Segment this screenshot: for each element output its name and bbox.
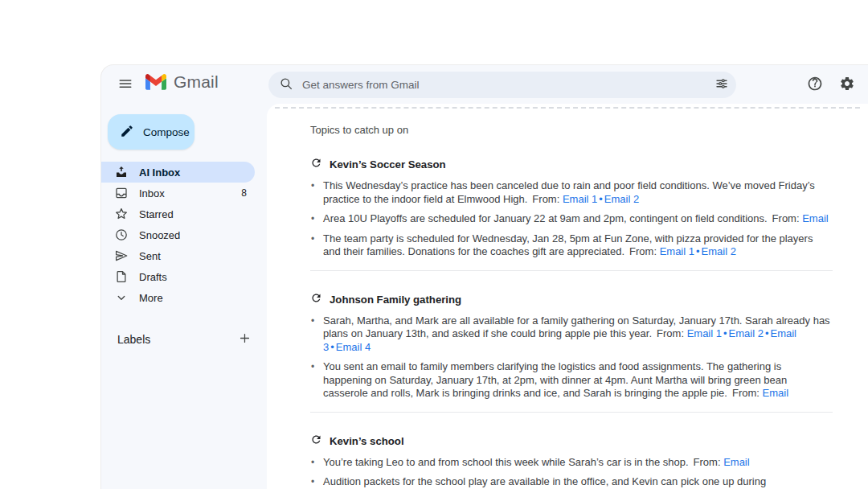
from-label: From:: [694, 456, 721, 468]
email-source-link[interactable]: Email: [802, 212, 829, 224]
topic-section-header: Kevin’s school: [310, 434, 831, 449]
hamburger-menu-icon: [118, 76, 133, 93]
clock-icon: [114, 228, 129, 242]
bullet-marker: •: [311, 456, 316, 470]
bullet-text: Area 10U Playoffs are scheduled for Janu…: [323, 212, 829, 226]
topic-bullet: •Sarah, Martha, and Mark are all availab…: [310, 314, 833, 355]
sidebar-item-inbox[interactable]: Inbox8: [101, 183, 255, 203]
inbox-icon: [114, 186, 129, 200]
sidebar-item-label: AI Inbox: [139, 166, 180, 179]
refresh-icon: [310, 434, 322, 449]
dashed-divider: [275, 107, 860, 109]
topic-bullet: •Area 10U Playoffs are scheduled for Jan…: [310, 212, 833, 226]
email-source-link[interactable]: Email 2: [604, 193, 639, 205]
sidebar-item-starred[interactable]: Starred: [101, 203, 255, 224]
topic-section-kevin-s-soccer-season: Kevin’s Soccer Season•This Wednesday’s p…: [310, 157, 831, 259]
hamburger-menu-button[interactable]: [109, 68, 141, 101]
topic-bullets: •This Wednesday’s practice has been canc…: [310, 179, 833, 259]
topic-section-kevin-s-school: Kevin’s school•You’re taking Leo to and …: [310, 434, 831, 489]
ai-inbox-icon: [114, 165, 129, 179]
catchup-content: Topics to catch up on Kevin’s Soccer Sea…: [267, 104, 831, 489]
topbar-actions: [802, 72, 860, 97]
create-label-button[interactable]: [235, 330, 254, 349]
from-label: From:: [629, 245, 657, 257]
send-icon: [114, 249, 129, 263]
sidebar-item-more[interactable]: More: [101, 287, 255, 308]
help-icon: [807, 76, 823, 94]
draft-icon: [114, 269, 129, 284]
link-separator: •: [329, 341, 336, 353]
main-panel: Topics to catch up on Kevin’s Soccer Sea…: [267, 104, 868, 489]
compose-button[interactable]: Compose: [108, 114, 194, 150]
bullet-text: Sarah, Martha, and Mark are all availabl…: [323, 314, 833, 355]
section-divider: [310, 412, 833, 413]
topic-bullet: •You sent an email to family members cla…: [310, 360, 833, 401]
unread-count-badge: 8: [241, 187, 247, 199]
labels-row: Labels: [117, 330, 254, 349]
topic-bullet: •You’re taking Leo to and from school th…: [310, 456, 833, 470]
link-separator: •: [597, 193, 604, 205]
settings-gear-icon: [839, 76, 855, 94]
chevron-down-icon: [114, 290, 129, 305]
from-label: From:: [732, 387, 760, 399]
plus-icon: [238, 331, 252, 347]
topic-bullet: •This Wednesday’s practice has been canc…: [310, 179, 833, 206]
catchup-heading: Topics to catch up on: [310, 124, 831, 136]
topic-title: Kevin’s Soccer Season: [330, 158, 446, 171]
sidebar-item-label: Inbox: [139, 187, 165, 199]
bullet-text: The team party is scheduled for Wednesda…: [323, 232, 833, 259]
bullet-marker: •: [311, 360, 316, 401]
sidebar-item-ai-inbox[interactable]: AI Inbox: [101, 162, 255, 183]
topic-bullet: •The team party is scheduled for Wednesd…: [310, 232, 833, 259]
search-button[interactable]: [275, 74, 297, 97]
sidebar: Compose AI InboxInbox8StarredSnoozedSent…: [101, 104, 267, 489]
sidebar-item-drafts[interactable]: Drafts: [101, 266, 255, 287]
refresh-icon: [310, 157, 322, 172]
bullet-marker: •: [311, 475, 316, 489]
search-bar: [268, 72, 736, 98]
pencil-icon: [120, 124, 134, 141]
topic-section-header: Johnson Family gathering: [310, 292, 831, 307]
search-input[interactable]: [297, 79, 710, 91]
gmail-logo[interactable]: Gmail: [145, 72, 219, 92]
help-button[interactable]: [802, 72, 828, 97]
topic-bullets: •You’re taking Leo to and from school th…: [310, 456, 833, 489]
from-label: From:: [532, 193, 559, 205]
sidebar-nav: AI InboxInbox8StarredSnoozedSentDraftsMo…: [101, 162, 267, 308]
compose-label: Compose: [143, 126, 190, 138]
email-source-link[interactable]: Email 2: [702, 245, 736, 257]
labels-heading: Labels: [117, 333, 150, 346]
topic-title: Kevin’s school: [330, 435, 404, 447]
email-source-link[interactable]: Email 1: [687, 327, 722, 339]
bullet-marker: •: [311, 314, 316, 355]
star-icon: [114, 207, 129, 221]
link-separator: •: [694, 245, 702, 257]
sidebar-item-label: Starred: [139, 208, 174, 220]
bullet-text: Audition packets for the school play are…: [323, 475, 833, 489]
bullet-marker: •: [311, 232, 316, 259]
email-source-link[interactable]: Email 1: [563, 193, 597, 205]
sidebar-item-label: More: [139, 292, 163, 304]
email-source-link[interactable]: Email 2: [729, 327, 764, 339]
bullet-text: You sent an email to family members clar…: [323, 360, 833, 401]
bullet-marker: •: [311, 179, 316, 206]
refresh-icon: [310, 292, 322, 307]
gmail-m-icon: [145, 74, 166, 90]
search-options-button[interactable]: [710, 74, 733, 97]
sidebar-item-sent[interactable]: Sent: [101, 245, 255, 266]
email-source-link[interactable]: Email: [723, 456, 750, 468]
email-source-link[interactable]: Email 4: [336, 341, 371, 353]
bullet-marker: •: [311, 212, 316, 226]
sidebar-item-label: Drafts: [139, 271, 167, 283]
sidebar-item-snoozed[interactable]: Snoozed: [101, 224, 255, 245]
search-icon: [279, 76, 293, 93]
topic-section-johnson-family-gathering: Johnson Family gathering•Sarah, Martha, …: [310, 292, 831, 401]
topic-bullet: •Audition packets for the school play ar…: [310, 475, 833, 489]
bullet-text: This Wednesday’s practice has been cance…: [323, 179, 833, 206]
topic-title: Johnson Family gathering: [330, 294, 461, 306]
bullet-text: You’re taking Leo to and from school thi…: [323, 456, 750, 470]
email-source-link[interactable]: Email 1: [660, 245, 694, 257]
email-source-link[interactable]: Email: [763, 387, 789, 399]
sidebar-item-label: Sent: [139, 250, 161, 262]
settings-button[interactable]: [834, 72, 860, 97]
